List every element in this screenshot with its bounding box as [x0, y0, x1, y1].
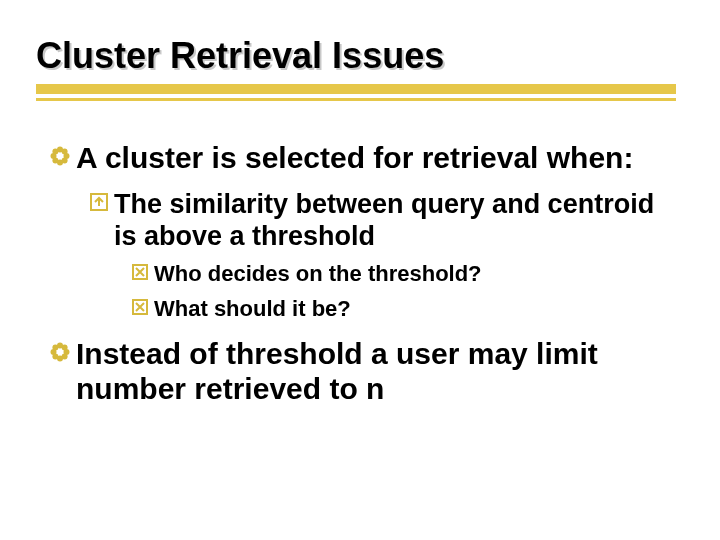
svg-point-7 [62, 158, 68, 164]
svg-point-8 [57, 153, 62, 158]
bullet-text: The similarity between query and centroi… [114, 189, 670, 253]
svg-point-18 [52, 353, 58, 359]
flower-bullet-icon [50, 146, 70, 166]
bullet-level1: Instead of threshold a user may limit nu… [50, 336, 670, 407]
box-x-icon [132, 264, 148, 280]
svg-point-17 [62, 344, 68, 350]
svg-point-16 [52, 344, 58, 350]
bullet-level2: The similarity between query and centroi… [90, 189, 670, 253]
bullet-level3: Who decides on the threshold? [132, 261, 670, 287]
title-underline [36, 84, 676, 102]
bullet-text: Instead of threshold a user may limit nu… [76, 336, 670, 407]
box-x-icon [132, 299, 148, 315]
flower-bullet-icon [50, 342, 70, 362]
svg-point-19 [62, 353, 68, 359]
bullet-text: What should it be? [154, 296, 351, 322]
bullet-level1: A cluster is selected for retrieval when… [50, 140, 670, 175]
slide-title-block: Cluster Retrieval Issues [36, 36, 684, 76]
bullet-text: Who decides on the threshold? [154, 261, 482, 287]
svg-point-5 [62, 148, 68, 154]
box-arrow-up-icon [90, 193, 108, 211]
slide-body: A cluster is selected for retrieval when… [50, 140, 670, 413]
svg-point-4 [52, 148, 58, 154]
slide: Cluster Retrieval Issues A cluster is se… [0, 0, 720, 540]
bullet-text: A cluster is selected for retrieval when… [76, 140, 633, 175]
svg-point-20 [57, 349, 62, 354]
bullet-level3: What should it be? [132, 296, 670, 322]
slide-title: Cluster Retrieval Issues [36, 36, 684, 76]
svg-point-6 [52, 158, 58, 164]
